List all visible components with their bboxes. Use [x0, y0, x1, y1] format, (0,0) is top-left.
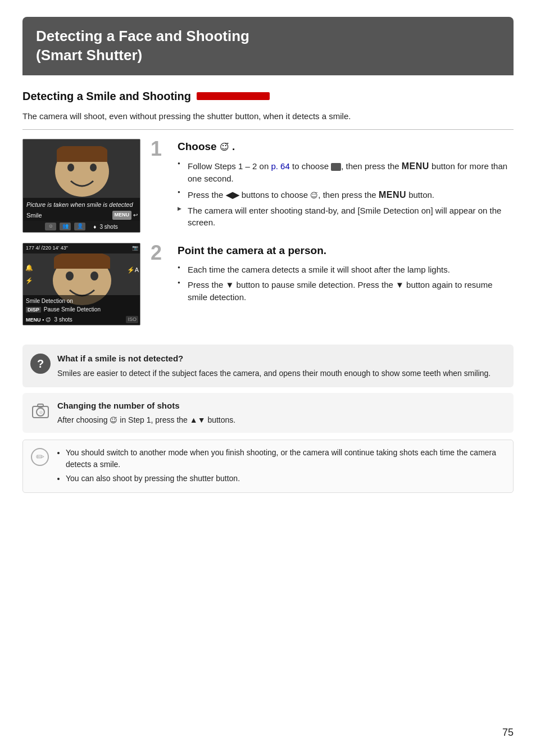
svg-point-7 — [90, 271, 98, 280]
note-box: ✏ You should switch to another mode when… — [22, 440, 514, 493]
step2-image-inner: 177 4/ /220 14' 43" 📷 🔔 — [23, 243, 140, 325]
step1-image-overlay: Picture is taken when smile is detected … — [23, 198, 140, 221]
main-title-box: Detecting a Face and Shooting (Smart Shu… — [22, 17, 514, 75]
step1-title: Choose ☺̈ . — [178, 139, 514, 155]
step1-icons: MENU ↩ — [112, 211, 138, 220]
step1-row: Picture is taken when smile is detected … — [22, 139, 514, 233]
steps-area: Picture is taken when smile is detected … — [22, 139, 514, 336]
info-box-content: What if a smile is not detected? Smiles … — [57, 352, 490, 379]
step2-smile-text: Smile Detection on — [26, 297, 138, 305]
step2-cam-icon: 📷 — [132, 245, 138, 252]
step2-icon2: ⚡ — [25, 276, 33, 286]
page-number: 75 — [502, 725, 514, 740]
step1-mode-icon1: ☺ — [45, 223, 56, 230]
step2-content: Point the camera at a person. Each time … — [178, 243, 514, 307]
step2-left-icons: 🔔 ⚡ — [25, 263, 33, 285]
step2-icon1: 🔔 — [25, 263, 33, 273]
main-title: Detecting a Face and Shooting (Smart Shu… — [36, 27, 500, 65]
svg-point-1 — [67, 164, 74, 171]
svg-text:☺: ☺ — [39, 410, 43, 415]
step1-icons-row: ☺ 👥 👤 ♦ 3 shots — [23, 221, 140, 232]
step2-top-bar: 177 4/ /220 14' 43" 📷 — [23, 243, 140, 253]
step1-content: Choose ☺̈ . Follow Steps 1 – 2 on p. 64 … — [178, 139, 514, 232]
step1-bullets: Follow Steps 1 – 2 on p. 64 to choose , … — [178, 160, 514, 229]
section1-bar — [197, 92, 270, 100]
step1-bar: Smile MENU ↩ — [26, 211, 138, 220]
step2-bullet1: Each time the camera detects a smile it … — [178, 264, 514, 276]
note-item-1: You should switch to another mode when y… — [66, 447, 504, 470]
step1-bullet3: The camera will enter shooting stand-by,… — [178, 205, 514, 229]
note-item-2: You can also shoot by pressing the shutt… — [66, 473, 504, 485]
step2-row: 177 4/ /220 14' 43" 📷 🔔 — [22, 243, 514, 325]
step2-bullet2: Press the ▼ button to pause smile detect… — [178, 279, 514, 304]
step2-menu: MENU ▪ ☺̈ 3 shots — [26, 315, 72, 324]
page: Detecting a Face and Shooting (Smart Shu… — [0, 0, 536, 756]
step1-mode-icon2: 👥 — [60, 223, 71, 230]
svg-point-6 — [66, 271, 74, 280]
svg-rect-12 — [38, 404, 43, 407]
step2-image: 177 4/ /220 14' 43" 📷 🔔 — [22, 243, 140, 325]
step2-flash-icon: ⚡A — [127, 266, 139, 273]
step2-bullets: Each time the camera detects a smile it … — [178, 264, 514, 304]
step1-mode-icon3: 👤 — [74, 223, 85, 230]
section1-title: Detecting a Smile and Shooting — [22, 88, 191, 105]
note-icon: ✏ — [31, 448, 49, 466]
tip-box-text: After choosing ☺̈ in Step 1, press the ▲… — [57, 414, 235, 426]
info-box: ? What if a smile is not detected? Smile… — [22, 345, 514, 387]
step2-number: 2 — [151, 243, 167, 263]
step2-bottom-bar: MENU ▪ ☺̈ 3 shots ISO — [26, 315, 138, 324]
svg-rect-9 — [54, 259, 110, 269]
section1-desc: The camera will shoot, even without pres… — [22, 110, 514, 123]
step2-top-text: 177 4/ /220 14' 43" — [26, 245, 68, 252]
step1-shots-label: ♦ — [93, 223, 96, 231]
info-box-title: What if a smile is not detected? — [57, 352, 490, 365]
step1-number: 1 — [151, 139, 167, 159]
step1-menu-btn: MENU — [112, 211, 132, 220]
step1-overlay-text: Picture is taken when smile is detected — [26, 200, 138, 210]
tip-camera-icon: ☺ — [30, 401, 51, 421]
step1-cam-icon — [331, 163, 341, 171]
step2-shots: 3 shots — [54, 316, 72, 323]
note-list: You should switch to another mode when y… — [57, 447, 504, 487]
question-icon: ? — [30, 354, 51, 374]
step1-bullet2: Press the ◀▶ buttons to choose ☺̈, then … — [178, 188, 514, 201]
step2-right-icon: ⚡A — [127, 263, 139, 276]
step2-bottom: Smile Detection on DISP Pause Smile Dete… — [23, 295, 140, 325]
tip-box: ☺ Changing the number of shots After cho… — [22, 393, 514, 433]
step1-link[interactable]: p. 64 — [271, 161, 289, 171]
step1-bullet1: Follow Steps 1 – 2 on p. 64 to choose , … — [178, 160, 514, 185]
tip-box-title: Changing the number of shots — [57, 400, 235, 413]
step2-disp-text: Pause Smile Detection — [44, 306, 101, 313]
tip-box-content: Changing the number of shots After choos… — [57, 400, 235, 427]
tip-camera-svg: ☺ — [30, 401, 51, 421]
step1-return-icon: ↩ — [133, 211, 138, 219]
step1-shots-count: 3 shots — [99, 223, 117, 231]
svg-point-2 — [90, 164, 97, 171]
section1-header: Detecting a Smile and Shooting — [22, 88, 514, 105]
step1-face-svg — [51, 146, 113, 202]
step2-iso: ISO — [126, 316, 138, 324]
divider — [22, 129, 514, 130]
info-box-text: Smiles are easier to detect if the subje… — [57, 368, 490, 379]
step1-title-icon: ☺̈ — [220, 142, 229, 152]
step1-image: Picture is taken when smile is detected … — [22, 139, 140, 233]
step2-title: Point the camera at a person. — [178, 243, 514, 259]
step2-disp-row: DISP Pause Smile Detection — [26, 305, 138, 314]
step1-image-inner: Picture is taken when smile is detected … — [23, 139, 140, 221]
step2-disp-label: DISP — [26, 307, 41, 313]
step1-smile-label: Smile — [26, 211, 42, 220]
svg-rect-4 — [57, 151, 107, 162]
